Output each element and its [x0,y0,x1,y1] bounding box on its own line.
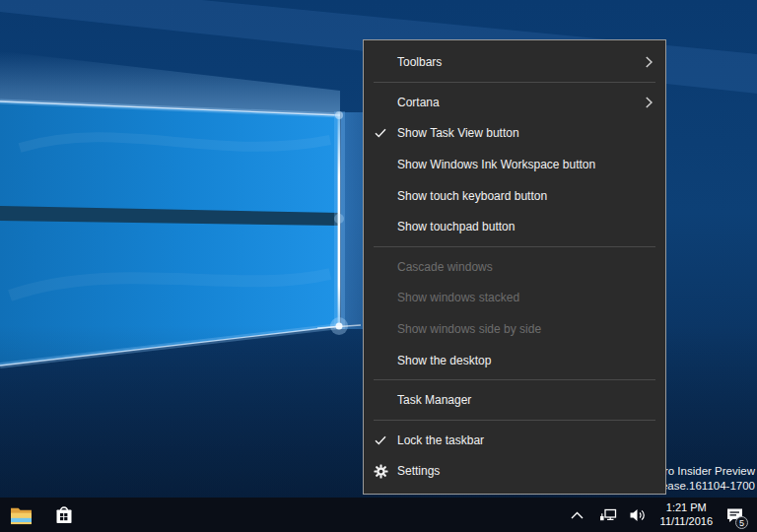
notification-badge: 5 [735,516,748,529]
clock[interactable]: 1:21 PM 11/11/2016 [660,501,713,528]
menu-item-label: Show Windows Ink Workspace button [397,158,665,171]
checkmark-icon [364,128,397,138]
menu-item-label: Show windows side by side [397,322,665,336]
menu-item-settings[interactable]: Settings [364,456,665,488]
submenu-arrow-icon [646,56,653,68]
clock-time: 1:21 PM [660,501,713,515]
menu-item-label: Cortana [397,96,646,109]
menu-item-label: Show windows stacked [397,291,665,304]
taskbar-pinned-apps [0,498,79,532]
gear-icon [364,464,397,479]
action-center-button[interactable]: 5 [723,498,745,532]
menu-item-label: Lock the taskbar [397,433,665,447]
checkmark-icon [364,435,397,445]
menu-item-show-windows-ink-workspace-button[interactable]: Show Windows Ink Workspace button [364,149,665,180]
menu-item-label: Toolbars [397,55,646,69]
hidden-icons-chevron-icon [571,511,584,519]
menu-item-show-windows-stacked: Show windows stacked [364,283,665,314]
menu-item-cascade-windows: Cascade windows [364,251,665,283]
menu-item-show-touch-keyboard-button[interactable]: Show touch keyboard button [364,180,665,212]
menu-item-label: Settings [397,464,665,478]
menu-item-label: Show the desktop [397,354,665,367]
menu-item-show-touchpad-button[interactable]: Show touchpad button [364,211,665,242]
menu-separator [374,379,655,380]
menu-item-lock-the-taskbar[interactable]: Lock the taskbar [364,425,665,456]
watermark-line1: ro Insider Preview [661,464,755,479]
network-button[interactable] [597,498,619,532]
file-explorer-button[interactable] [6,498,35,532]
menu-item-show-task-view-button[interactable]: Show Task View button [364,118,665,150]
menu-item-show-windows-side-by-side: Show windows side by side [364,313,665,345]
volume-icon [629,508,648,522]
store-icon [52,503,76,527]
clock-date: 11/11/2016 [660,515,713,529]
build-watermark: ro Insider Preview ease.161104-1700 [661,464,755,493]
submenu-arrow-icon [646,97,653,108]
menu-separator [374,82,655,83]
system-tray: 1:21 PM 11/11/2016 5 [567,498,757,532]
menu-item-label: Show Task View button [397,126,665,140]
network-icon [599,507,617,523]
menu-item-label: Show touchpad button [397,220,665,233]
volume-button[interactable] [628,498,650,532]
store-button[interactable] [49,498,79,532]
menu-item-toolbars[interactable]: Toolbars [364,47,665,79]
menu-item-show-the-desktop[interactable]: Show the desktop [364,345,665,376]
menu-item-label: Cascade windows [397,260,665,274]
menu-separator [374,420,655,421]
menu-item-task-manager[interactable]: Task Manager [364,384,665,416]
menu-item-label: Show touch keyboard button [397,189,665,203]
taskbar-context-menu: Toolbars Cortana Show Task View button S… [363,39,666,495]
menu-separator [374,246,655,247]
taskbar: 1:21 PM 11/11/2016 5 [0,498,757,532]
file-explorer-icon [10,505,33,525]
menu-item-cortana[interactable]: Cortana [364,87,665,118]
hidden-icons-chevron-button[interactable] [567,498,588,532]
watermark-line2: ease.161104-1700 [661,479,755,494]
menu-item-label: Task Manager [397,393,665,407]
